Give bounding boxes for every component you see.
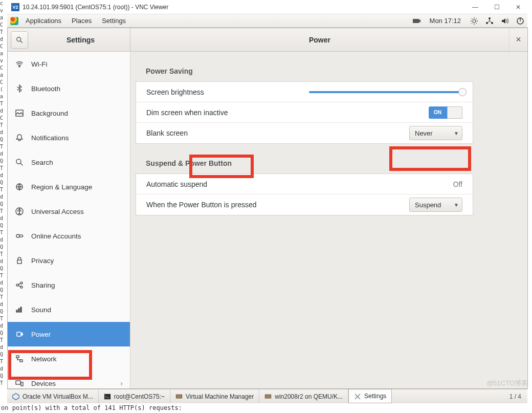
row-brightness: Screen brightness	[136, 82, 473, 102]
svg-line-8	[472, 23, 473, 24]
dim-switch[interactable]: ON	[429, 106, 462, 119]
network-icon	[15, 354, 24, 363]
svg-line-9	[476, 18, 477, 19]
settings-icon	[354, 393, 361, 400]
dropdown-value: Never	[415, 129, 454, 137]
svg-point-23	[19, 209, 20, 210]
svg-point-17	[19, 66, 20, 67]
content-pane: Power Saving Screen brightness Dim scree…	[130, 52, 527, 388]
sidebar-item-power[interactable]: Power	[8, 322, 130, 346]
brightness-slider[interactable]	[309, 91, 462, 93]
svg-rect-30	[18, 309, 19, 312]
sidebar-item-devices[interactable]: Devices ›	[8, 371, 130, 388]
search-button[interactable]	[11, 31, 28, 49]
sidebar: Wi-Fi Bluetooth Background Notifications…	[8, 52, 130, 388]
sidebar-item-network[interactable]: Network	[8, 346, 130, 371]
power-icon	[15, 330, 24, 339]
gnome-topbar: Applications Places Settings Mon 17:12	[7, 14, 527, 28]
svg-rect-31	[20, 307, 21, 312]
close-button[interactable]: ✕	[513, 4, 523, 11]
chevron-down-icon: ▼	[454, 131, 459, 136]
sidebar-item-bluetooth[interactable]: Bluetooth	[8, 76, 130, 101]
terminal-background-strip: cvaCTdCavCaC(aTdCTdQTdQTdQTdQTdQTdQTdQTd…	[0, 0, 7, 413]
sidebar-item-sound[interactable]: Sound	[8, 297, 130, 322]
chevron-right-icon: ›	[120, 379, 123, 387]
sidebar-item-universal[interactable]: Universal Access	[8, 199, 130, 224]
sidebar-item-search[interactable]: Search	[8, 150, 130, 175]
svg-rect-41	[176, 395, 182, 398]
row-dim: Dim screen when inactive ON	[136, 102, 473, 123]
menu-places[interactable]: Places	[66, 17, 97, 25]
chevron-down-icon: ▼	[454, 202, 459, 208]
sidebar-item-label: Background	[31, 110, 68, 117]
terminal-icon	[104, 393, 111, 400]
terminal-bottom-text: on point(s) with a total of 141 HTTP(s) …	[0, 404, 532, 411]
settings-window: Settings Power × Wi-Fi Bluetooth Backgro…	[7, 28, 528, 389]
section-power-saving: Screen brightness Dim screen when inacti…	[136, 81, 473, 144]
sidebar-item-label: Wi-Fi	[31, 60, 47, 68]
svg-rect-36	[16, 381, 20, 384]
vnc-icon: V2	[11, 3, 19, 11]
sidebar-item-label: Network	[31, 355, 57, 363]
task-label: Settings	[364, 393, 386, 400]
back-title[interactable]: Settings	[31, 36, 130, 44]
svg-rect-32	[17, 332, 21, 336]
sound-icon	[15, 305, 24, 314]
svg-line-7	[476, 23, 477, 24]
task-settings[interactable]: Settings	[348, 389, 392, 403]
sidebar-item-label: Sharing	[31, 281, 55, 289]
sidebar-item-label: Online Accounts	[31, 232, 81, 240]
camera-tray-icon[interactable]	[412, 17, 420, 25]
menu-settings[interactable]: Settings	[97, 17, 131, 25]
row-blank: Blank screen Never ▼	[136, 123, 473, 143]
maximize-button[interactable]: ☐	[492, 4, 502, 11]
network-tray-icon[interactable]	[485, 17, 494, 25]
sidebar-item-background[interactable]: Background	[8, 101, 130, 125]
power-tray-icon[interactable]	[516, 17, 524, 25]
taskbar: Oracle VM VirtualBox M... root@CentOS75:…	[7, 389, 527, 403]
background-icon	[15, 108, 24, 118]
row-auto-suspend[interactable]: Automatic suspend Off	[136, 174, 473, 194]
slider-thumb[interactable]	[458, 88, 467, 96]
blank-screen-dropdown[interactable]: Never ▼	[409, 126, 462, 140]
section-title-power-saving: Power Saving	[130, 52, 527, 81]
vnc-titlebar: V2 10.24.101.99:5901 (CentOS75:1 (root))…	[7, 0, 527, 14]
minimize-button[interactable]: —	[470, 4, 480, 11]
auto-suspend-value: Off	[453, 180, 462, 188]
section-suspend: Automatic suspend Off When the Power But…	[136, 173, 473, 215]
task-terminal[interactable]: root@CentOS75:~	[99, 389, 170, 403]
row-power-button: When the Power Button is pressed Suspend…	[136, 194, 473, 215]
label-auto-suspend: Automatic suspend	[146, 180, 207, 188]
search-icon	[16, 36, 23, 44]
label-dim: Dim screen when inactive	[146, 108, 228, 117]
sidebar-item-online[interactable]: Online Accounts	[8, 224, 130, 248]
svg-line-20	[20, 163, 23, 165]
task-virt-manager[interactable]: Virtual Machine Manager	[170, 389, 259, 403]
workspace-indicator[interactable]: 1 / 4	[503, 389, 527, 403]
task-virtualbox[interactable]: Oracle VM VirtualBox M...	[7, 389, 99, 403]
power-button-dropdown[interactable]: Suspend ▼	[409, 198, 462, 212]
section-title-suspend: Suspend & Power Button	[130, 144, 527, 173]
sidebar-item-sharing[interactable]: Sharing	[8, 273, 130, 297]
sidebar-item-region[interactable]: Region & Language	[8, 175, 130, 199]
volume-tray-icon[interactable]	[501, 17, 509, 25]
clock[interactable]: Mon 17:12	[428, 17, 463, 25]
sidebar-item-privacy[interactable]: Privacy	[8, 248, 130, 273]
window-close-button[interactable]: ×	[509, 28, 527, 51]
virt-manager-icon	[175, 393, 183, 400]
wifi-icon	[15, 59, 24, 69]
sidebar-item-notifications[interactable]: Notifications	[8, 125, 130, 150]
sidebar-item-wifi[interactable]: Wi-Fi	[8, 52, 130, 76]
vm-console-icon	[264, 393, 272, 400]
vnc-window-title: 10.24.101.99:5901 (CentOS75:1 (root)) - …	[23, 4, 470, 11]
menu-applications[interactable]: Applications	[20, 17, 66, 25]
svg-point-1	[473, 19, 476, 23]
label-blank: Blank screen	[146, 129, 188, 137]
sidebar-item-label: Power	[31, 331, 51, 338]
switch-state-label: ON	[434, 110, 441, 115]
brightness-tray-icon[interactable]	[470, 17, 478, 25]
task-win2008r2[interactable]: win2008r2 on QEMU/K...	[259, 389, 348, 403]
svg-marker-38	[13, 393, 19, 399]
sidebar-item-label: Sound	[31, 306, 51, 314]
search-icon	[15, 158, 24, 167]
